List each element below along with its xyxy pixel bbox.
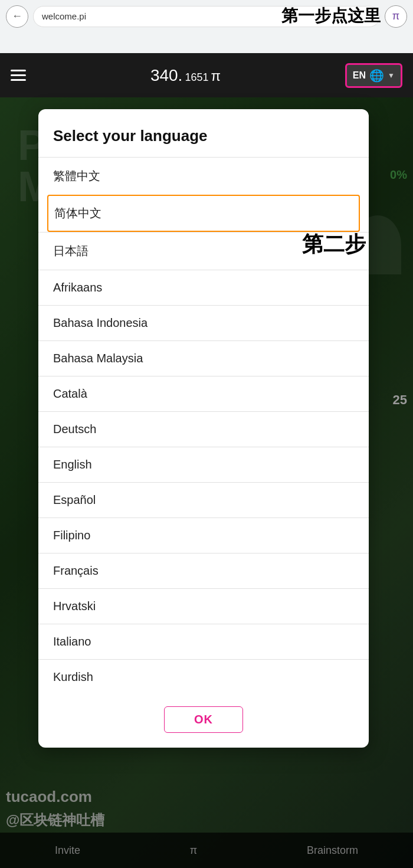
- language-item-traditional-chinese[interactable]: 繁體中文: [38, 157, 369, 195]
- language-dialog: Select your language 繁體中文 简体中文 日本語 Afrik…: [38, 109, 369, 748]
- ok-button[interactable]: OK: [164, 706, 243, 733]
- language-item-simplified-chinese[interactable]: 简体中文: [47, 195, 360, 232]
- balance-main: 340.: [150, 66, 183, 85]
- app-navbar: 340. 1651 π EN 🌐 ▼: [0, 53, 413, 97]
- hamburger-line-3: [11, 79, 26, 81]
- language-item-deutsch[interactable]: Deutsch: [38, 411, 369, 447]
- pi-balance-display: 340. 1651 π: [150, 66, 221, 85]
- language-item-francais[interactable]: Français: [38, 553, 369, 588]
- hamburger-line-1: [11, 70, 26, 71]
- language-item-hrvatski[interactable]: Hrvatski: [38, 588, 369, 624]
- hamburger-line-2: [11, 74, 26, 76]
- pi-browser-icon[interactable]: π: [385, 5, 407, 28]
- hamburger-menu-button[interactable]: [11, 70, 26, 81]
- step2-annotation: 第二步: [302, 230, 366, 259]
- language-item-kurdish[interactable]: Kurdish: [38, 659, 369, 695]
- balance-decimal: 1651: [185, 71, 208, 84]
- language-item-filipino[interactable]: Filipino: [38, 517, 369, 553]
- language-item-espanol[interactable]: Español: [38, 482, 369, 517]
- language-item-english[interactable]: English: [38, 447, 369, 482]
- lang-code-label: EN: [353, 70, 366, 81]
- language-item-bahasa-malaysia[interactable]: Bahasa Malaysia: [38, 340, 369, 376]
- dropdown-arrow-icon: ▼: [388, 71, 395, 80]
- language-item-italiano[interactable]: Italiano: [38, 624, 369, 659]
- language-selector-button[interactable]: EN 🌐 ▼: [345, 63, 402, 88]
- dialog-footer: OK: [38, 695, 369, 748]
- language-item-afrikaans[interactable]: Afrikaans: [38, 270, 369, 305]
- url-text: welcome.pi: [42, 11, 86, 21]
- language-item-catala[interactable]: Català: [38, 376, 369, 411]
- pi-symbol-icon: π: [392, 10, 399, 22]
- pi-currency-symbol: π: [211, 68, 221, 84]
- browser-back-button[interactable]: ←: [6, 5, 28, 28]
- language-item-bahasa-indonesia[interactable]: Bahasa Indonesia: [38, 305, 369, 340]
- back-arrow-icon: ←: [12, 10, 22, 22]
- globe-icon: 🌐: [369, 68, 384, 83]
- browser-chrome: ← welcome.pi π 第一步点这里: [0, 0, 413, 53]
- step1-annotation: 第一步点这里: [281, 5, 381, 27]
- dialog-title: Select your language: [38, 127, 369, 157]
